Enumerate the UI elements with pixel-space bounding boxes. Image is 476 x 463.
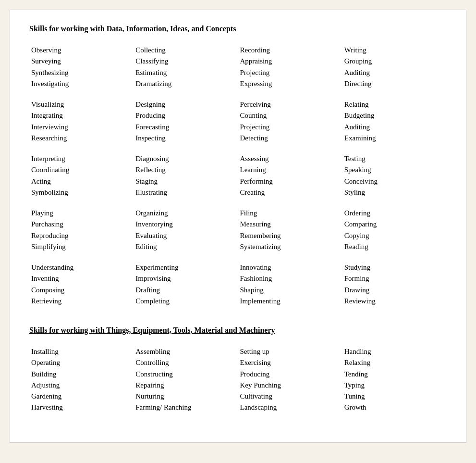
skill-item: Testing	[344, 153, 445, 164]
skill-item: Illustrating	[135, 187, 236, 198]
skill-item: Completing	[135, 296, 236, 307]
skill-item: Fashioning	[240, 273, 341, 284]
skill-item: Auditing	[344, 67, 445, 78]
skill-item: Experimenting	[135, 262, 236, 273]
skill-item: Key Punching	[240, 380, 341, 391]
skill-item: Relaxing	[344, 357, 445, 368]
skill-item: Composing	[31, 285, 132, 296]
skill-item: Nurturing	[135, 391, 236, 402]
skill-item: Investigating	[31, 78, 132, 89]
skill-item: Simplifying	[31, 241, 132, 252]
skill-item: Remembering	[240, 230, 341, 241]
skill-item: Assembling	[135, 346, 236, 357]
skill-item: Typing	[344, 380, 445, 391]
skill-item: Surveying	[31, 56, 132, 67]
skill-item: Acting	[31, 176, 132, 187]
skill-item: Growth	[344, 402, 445, 413]
skill-item: Reproducing	[31, 230, 132, 241]
skill-item: Inspecting	[135, 133, 236, 144]
skill-item: Estimating	[135, 67, 236, 78]
skill-item: Drawing	[344, 285, 445, 296]
skill-block-0-4: UnderstandingInventingComposingRetrievin…	[29, 262, 447, 307]
skill-block-0-0: ObservingSurveyingSynthesizingInvestigat…	[29, 45, 447, 89]
skill-item: Producing	[240, 369, 341, 380]
skill-item: Staging	[135, 176, 236, 187]
skill-item: Playing	[31, 208, 132, 219]
skill-item: Inventing	[31, 273, 132, 284]
skill-item: Expressing	[240, 78, 341, 89]
skill-item: Filing	[240, 208, 341, 219]
skill-col-0-0-0: ObservingSurveyingSynthesizingInvestigat…	[29, 45, 134, 89]
skill-item: Interpreting	[31, 153, 132, 164]
skill-item: Auditing	[344, 122, 445, 133]
section-title-data-section: Skills for working with Data, Informatio…	[29, 25, 447, 33]
skill-col-0-3-1: OrganizingInventoryingEvaluatingEditing	[134, 208, 238, 252]
skill-item: Directing	[344, 78, 445, 89]
skill-item: Visualizing	[31, 99, 132, 110]
skill-col-0-1-2: PerceivingCountingProjectingDetecting	[238, 99, 342, 144]
skill-item: Grouping	[344, 56, 445, 67]
skill-col-1-0-3: HandlingRelaxingTendingTypingTuningGrowt…	[342, 346, 447, 413]
skill-col-1-0-1: AssemblingControllingConstructingRepairi…	[134, 346, 238, 413]
skill-item: Systematizing	[240, 241, 341, 252]
skill-item: Relating	[344, 99, 445, 110]
skill-item: Researching	[31, 133, 132, 144]
skill-item: Repairing	[135, 380, 236, 391]
skill-item: Comparing	[344, 219, 445, 230]
skill-item: Reflecting	[135, 164, 236, 175]
skill-item: Examining	[344, 133, 445, 144]
skill-item: Studying	[344, 262, 445, 273]
skill-col-0-4-2: InnovatingFashioningShapingImplementing	[238, 262, 342, 307]
skill-col-0-2-0: InterpretingCoordinatingActingSymbolizin…	[29, 153, 134, 198]
skill-item: Operating	[31, 357, 132, 368]
skill-item: Farming/ Ranching	[135, 402, 236, 413]
skill-item: Landscaping	[240, 402, 341, 413]
skill-col-1-0-2: Setting upExercisingProducingKey Punchin…	[238, 346, 342, 413]
skill-item: Counting	[240, 110, 341, 121]
skill-item: Creating	[240, 187, 341, 198]
skill-item: Projecting	[240, 122, 341, 133]
skill-item: Learning	[240, 164, 341, 175]
skill-item: Classifying	[135, 56, 236, 67]
skill-item: Speaking	[344, 164, 445, 175]
skill-item: Inventorying	[135, 219, 236, 230]
skill-col-0-4-1: ExperimentingImprovisingDraftingCompleti…	[134, 262, 238, 307]
skill-item: Drafting	[135, 285, 236, 296]
skill-item: Interviewing	[31, 122, 132, 133]
skill-item: Detecting	[240, 133, 341, 144]
page: Skills for working with Data, Informatio…	[10, 10, 466, 443]
skill-item: Handling	[344, 346, 445, 357]
skill-item: Appraising	[240, 56, 341, 67]
skill-item: Writing	[344, 45, 445, 56]
skill-col-1-0-0: InstallingOperatingBuildingAdjustingGard…	[29, 346, 134, 413]
skill-col-0-3-2: FilingMeasuringRememberingSystematizing	[238, 208, 342, 252]
section-title-things-section: Skills for working with Things, Equipmen…	[29, 326, 447, 335]
skill-col-0-0-2: RecordingAppraisingProjectingExpressing	[238, 45, 342, 89]
skill-block-0-1: VisualizingIntegratingInterviewingResear…	[29, 99, 447, 144]
skill-item: Harvesting	[31, 402, 132, 413]
skill-item: Projecting	[240, 67, 341, 78]
skill-col-0-1-3: RelatingBudgetingAuditingExamining	[342, 99, 447, 144]
skill-item: Understanding	[31, 262, 132, 273]
skill-block-0-3: PlayingPurchasingReproducingSimplifyingO…	[29, 208, 447, 252]
skill-item: Perceiving	[240, 99, 341, 110]
skill-item: Measuring	[240, 219, 341, 230]
skill-item: Gardening	[31, 391, 132, 402]
skill-item: Installing	[31, 346, 132, 357]
skill-item: Controlling	[135, 357, 236, 368]
skill-col-0-0-3: WritingGroupingAuditingDirecting	[342, 45, 447, 89]
skill-item: Producing	[135, 110, 236, 121]
skill-item: Retrieving	[31, 296, 132, 307]
skill-col-0-3-0: PlayingPurchasingReproducingSimplifying	[29, 208, 134, 252]
skill-col-0-2-3: TestingSpeakingConceivingStyling	[342, 153, 447, 198]
skill-item: Implementing	[240, 296, 341, 307]
skill-item: Shaping	[240, 285, 341, 296]
skill-block-1-0: InstallingOperatingBuildingAdjustingGard…	[29, 346, 447, 413]
skill-item: Adjusting	[31, 380, 132, 391]
skill-item: Forming	[344, 273, 445, 284]
skill-item: Designing	[135, 99, 236, 110]
skill-item: Editing	[135, 241, 236, 252]
skill-block-0-2: InterpretingCoordinatingActingSymbolizin…	[29, 153, 447, 198]
skill-item: Performing	[240, 176, 341, 187]
skill-item: Collecting	[135, 45, 236, 56]
